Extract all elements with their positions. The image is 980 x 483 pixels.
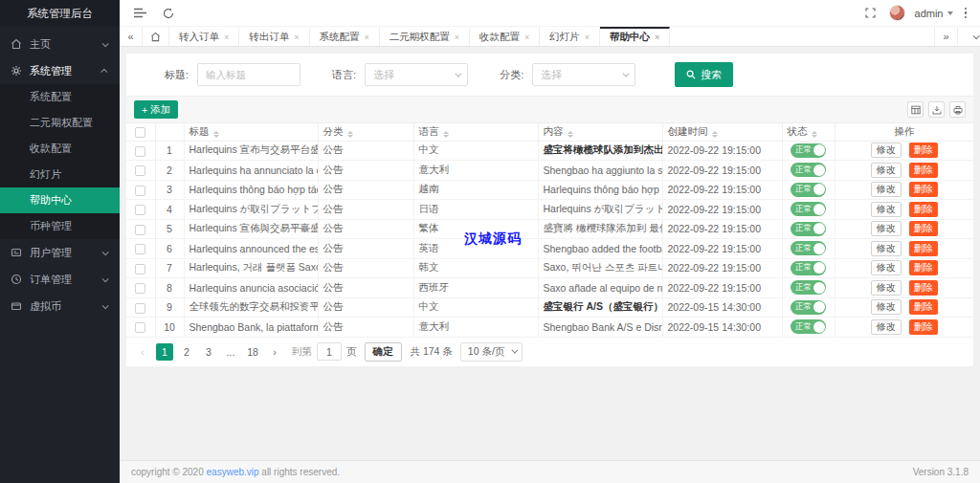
sidebar-subitem[interactable]: 币种管理 (0, 213, 120, 239)
sidebar-subitem[interactable]: 收款配置 (0, 136, 120, 162)
tabs-scroll-left[interactable]: « (120, 27, 143, 46)
user-menu[interactable]: admin (915, 8, 953, 19)
jump-confirm-button[interactable]: 确定 (365, 342, 402, 362)
status-toggle[interactable]: 正常 (791, 300, 826, 315)
delete-button[interactable]: 删除 (909, 319, 938, 335)
sort-icon[interactable] (213, 131, 219, 138)
sort-icon[interactable] (443, 131, 449, 138)
edit-button[interactable]: 修改 (871, 280, 902, 296)
column-category[interactable]: 分类 (318, 123, 413, 141)
tabs-menu-icon[interactable] (957, 27, 980, 46)
sort-icon[interactable] (347, 131, 353, 138)
row-checkbox[interactable] (135, 165, 145, 176)
sidebar-subitem[interactable]: 帮助中心 (0, 187, 120, 213)
select-all-checkbox[interactable] (135, 127, 145, 138)
page-size-select[interactable]: 10 条/页 (460, 342, 523, 362)
title-filter-input[interactable] (197, 63, 301, 86)
fullscreen-icon[interactable] (862, 5, 880, 22)
delete-button[interactable]: 删除 (909, 241, 938, 256)
tab-close-icon[interactable]: × (524, 33, 529, 42)
tab[interactable]: 二元期权配置 × (380, 27, 470, 46)
page-button[interactable]: 3 (200, 343, 217, 361)
next-page-button[interactable]: › (266, 343, 283, 361)
tab-close-icon[interactable]: × (655, 33, 659, 42)
tab-close-icon[interactable]: × (294, 33, 299, 42)
column-status[interactable]: 状态 (782, 123, 835, 141)
tab-home[interactable] (143, 27, 169, 46)
row-checkbox[interactable] (135, 146, 145, 157)
sidebar-item-home[interactable]: 主页 (0, 31, 120, 57)
tab-close-icon[interactable]: × (224, 33, 229, 42)
status-toggle[interactable]: 正常 (791, 241, 826, 255)
tab-close-icon[interactable]: × (365, 33, 369, 42)
delete-button[interactable]: 删除 (909, 202, 938, 217)
sidebar-subitem[interactable]: 二元期权配置 (0, 110, 120, 136)
row-checkbox[interactable] (135, 186, 145, 196)
easyweb-link[interactable]: easyweb.vip (207, 467, 259, 477)
sort-icon[interactable] (568, 131, 573, 138)
delete-button[interactable]: 删除 (909, 260, 938, 275)
sidebar-subitem[interactable]: 幻灯片 (0, 162, 120, 187)
sidebar-item-orders[interactable]: 订单管理 (0, 266, 120, 293)
tab-close-icon[interactable]: × (455, 33, 459, 42)
tab[interactable]: 帮助中心 × (600, 27, 670, 46)
row-checkbox[interactable] (135, 264, 145, 274)
page-button[interactable]: 1 (156, 343, 173, 361)
tab[interactable]: 转出订单 × (239, 27, 309, 46)
row-checkbox[interactable] (135, 205, 145, 215)
delete-button[interactable]: 删除 (909, 280, 938, 296)
delete-button[interactable]: 删除 (909, 221, 938, 236)
edit-button[interactable]: 修改 (871, 163, 902, 178)
refresh-icon[interactable] (160, 5, 177, 22)
edit-button[interactable]: 修改 (871, 299, 902, 315)
tab[interactable]: 幻灯片 × (540, 27, 600, 46)
tab[interactable]: 收款配置 × (470, 27, 540, 46)
page-button[interactable]: 18 (244, 343, 261, 361)
status-toggle[interactable]: 正常 (791, 280, 826, 295)
edit-button[interactable]: 修改 (871, 202, 902, 217)
print-icon[interactable] (949, 101, 966, 118)
status-toggle[interactable]: 正常 (791, 183, 826, 197)
page-jump-input[interactable] (317, 342, 342, 361)
delete-button[interactable]: 删除 (909, 182, 938, 197)
delete-button[interactable]: 删除 (909, 143, 938, 158)
tab[interactable]: 转入订单 × (169, 27, 239, 46)
sidebar-item-crypto[interactable]: 虚拟币 (0, 293, 120, 319)
filter-columns-icon[interactable] (907, 101, 924, 118)
sidebar-item-users[interactable]: 用户管理 (0, 239, 120, 266)
row-checkbox[interactable] (135, 244, 145, 254)
status-toggle[interactable]: 正常 (791, 143, 826, 158)
status-toggle[interactable]: 正常 (791, 319, 826, 334)
page-button[interactable]: ... (222, 343, 239, 361)
sort-icon[interactable] (812, 131, 817, 138)
column-title[interactable]: 标题 (184, 123, 318, 141)
status-toggle[interactable]: 正常 (791, 202, 826, 216)
edit-button[interactable]: 修改 (871, 182, 902, 197)
tab[interactable]: 系统配置 × (310, 27, 380, 46)
export-icon[interactable] (928, 101, 945, 118)
column-created[interactable]: 创建时间 (662, 123, 782, 141)
more-menu-icon[interactable] (963, 6, 969, 21)
search-button[interactable]: 搜索 (675, 62, 733, 87)
tab-close-icon[interactable]: × (585, 33, 590, 42)
edit-button[interactable]: 修改 (871, 241, 902, 256)
tabs-scroll-right[interactable]: » (934, 27, 957, 46)
edit-button[interactable]: 修改 (871, 260, 902, 275)
edit-button[interactable]: 修改 (871, 143, 902, 158)
status-toggle[interactable]: 正常 (791, 261, 826, 275)
edit-button[interactable]: 修改 (871, 221, 902, 236)
edit-button[interactable]: 修改 (871, 319, 902, 335)
avatar[interactable] (889, 5, 905, 21)
delete-button[interactable]: 删除 (909, 163, 938, 178)
prev-page-button[interactable]: ‹ (134, 343, 151, 361)
language-select[interactable]: 选择 (365, 63, 468, 86)
page-button[interactable]: 2 (178, 343, 195, 361)
add-button[interactable]: + 添加 (134, 100, 178, 119)
column-content[interactable]: 内容 (538, 123, 662, 141)
row-checkbox[interactable] (135, 322, 145, 333)
sidebar-item-system[interactable]: 系统管理 (0, 57, 120, 84)
status-toggle[interactable]: 正常 (791, 163, 826, 177)
category-select[interactable]: 选择 (532, 63, 635, 86)
sidebar-subitem[interactable]: 系统配置 (0, 84, 120, 110)
status-toggle[interactable]: 正常 (791, 222, 826, 236)
